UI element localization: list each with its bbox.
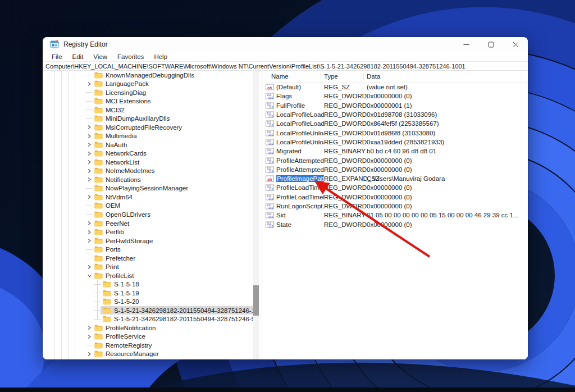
svg-text:110: 110 <box>268 161 273 163</box>
value-name[interactable]: FullProfile <box>276 102 305 109</box>
minimize-button[interactable] <box>454 37 478 52</box>
value-data: 0x01d98708 (31033096) <box>367 111 528 118</box>
value-name[interactable]: ProfileLoadTimeL... <box>276 194 324 200</box>
column-separator[interactable] <box>363 73 364 80</box>
column-header-data[interactable]: Data <box>367 73 528 80</box>
value-name[interactable]: RunLogonScript... <box>276 203 324 209</box>
column-separator[interactable] <box>321 73 321 80</box>
value-name[interactable]: State <box>276 221 291 228</box>
value-row[interactable]: 011110SidREG_BINARY01 05 00 00 00 00 00 … <box>262 211 528 220</box>
value-row[interactable]: 011110ProfileAttempted...REG_DWORD0x0000… <box>262 156 528 165</box>
maximize-button[interactable] <box>478 37 503 52</box>
menu-item-help[interactable]: Help <box>149 53 172 60</box>
value-row[interactable]: 011110RunLogonScript...REG_DWORD0x000000… <box>262 202 528 211</box>
value-data: 0x00000000 (0) <box>367 157 528 164</box>
value-row[interactable]: 011110ProfileLoadTimeL...REG_DWORD0x0000… <box>262 193 528 202</box>
value-data: 0x00000000 (0) <box>367 166 528 173</box>
tree-item-label: NetworkCards <box>106 150 147 157</box>
window-title: Registry Editor <box>63 40 108 48</box>
value-type: REG_DWORD <box>324 166 367 173</box>
folder-icon <box>94 325 103 331</box>
value-data: 0x01d986f8 (31033080) <box>367 130 528 136</box>
value-name[interactable]: Flags <box>276 93 292 99</box>
column-header-name[interactable]: Name <box>271 73 324 80</box>
svg-text:110: 110 <box>268 106 273 108</box>
tree-vertical-scrollbar[interactable] <box>253 71 259 359</box>
value-row[interactable]: 011110LocalProfileUnloa...REG_DWORD0xaa1… <box>262 138 528 147</box>
value-data: 0x00000000 (0) <box>367 93 528 99</box>
value-row[interactable]: 011110ProfileLoadTime...REG_DWORD0x00000… <box>262 183 528 192</box>
tree-guide-line <box>68 71 69 359</box>
value-name[interactable]: LocalProfileLoad... <box>276 111 324 118</box>
titlebar[interactable]: Registry Editor <box>43 37 528 52</box>
tree-item-label: S-1-5-19 <box>114 290 139 297</box>
tree-item-label: NaAuth <box>106 142 127 148</box>
tree-item-label: Prefetcher <box>106 255 135 262</box>
value-name[interactable]: ProfileAttempted... <box>276 157 324 164</box>
string-value-icon: “ab <box>266 84 276 90</box>
folder-icon <box>94 194 103 200</box>
scrollbar-thumb[interactable] <box>253 285 259 316</box>
value-name[interactable]: ProfileAttempted... <box>276 166 324 173</box>
value-row[interactable]: 011110LocalProfileLoad...REG_DWORD0x01d9… <box>262 110 528 119</box>
menu-item-view[interactable]: View <box>88 53 112 60</box>
svg-text:110: 110 <box>268 97 273 99</box>
value-row[interactable]: 011110StateREG_DWORD0x00000000 (0) <box>262 220 528 229</box>
menu-item-edit[interactable]: Edit <box>67 53 89 60</box>
tree-item-label: ProfileService <box>106 333 145 340</box>
value-name-selected[interactable]: ProfileImagePath <box>276 175 324 182</box>
values-column-header[interactable]: Name Type Data <box>262 71 528 83</box>
folder-icon <box>103 307 111 314</box>
registry-tree-panel: KnownManagedDebuggingDllsLanguagePackLic… <box>43 71 253 359</box>
value-name[interactable]: LocalProfileLoad... <box>276 120 324 127</box>
value-row[interactable]: 011110LocalProfileUnloa...REG_DWORD0x01d… <box>262 128 528 137</box>
folder-icon <box>94 89 103 96</box>
value-name[interactable]: LocalProfileUnloa... <box>276 139 324 145</box>
tree-item-label: Multimedia <box>106 133 137 139</box>
folder-icon <box>103 298 111 305</box>
binary-value-icon: 011110 <box>266 139 276 145</box>
folder-icon <box>94 333 103 340</box>
folder-icon <box>94 185 103 192</box>
value-name[interactable]: LocalProfileUnloa... <box>276 130 324 136</box>
value-type: REG_EXPAND_SZ <box>324 175 367 182</box>
value-row[interactable]: 011110ProfileAttempted...REG_DWORD0x0000… <box>262 165 528 174</box>
folder-icon <box>94 124 103 131</box>
folder-icon <box>94 107 103 113</box>
value-row[interactable]: “abProfileImagePathREG_EXPAND_SZC:\Users… <box>262 174 528 183</box>
desktop: Registry Editor FileEditViewFavoritesHel… <box>0 0 575 392</box>
maximize-icon <box>488 42 494 48</box>
tree-item-label: MsiCorruptedFileRecovery <box>106 124 182 131</box>
tree-item-label: OpenGLDrivers <box>106 211 150 218</box>
tree-guide-line <box>61 71 62 359</box>
value-name[interactable]: Sid <box>276 212 286 218</box>
value-row[interactable]: 011110FullProfileREG_DWORD0x00000001 (1) <box>262 101 528 110</box>
tree-item-label: LicensingDiag <box>106 89 146 96</box>
tree-item-label: RemoteRegistry <box>106 342 152 349</box>
menu-item-file[interactable]: File <box>47 53 67 60</box>
folder-icon <box>94 72 103 79</box>
folder-icon <box>94 238 103 244</box>
value-row[interactable]: 011110LocalProfileLoad...REG_DWORD0x864f… <box>262 119 528 128</box>
tree-item-label: MCI Extensions <box>106 98 151 104</box>
tree-item-label: NtVdm64 <box>106 194 133 200</box>
value-name[interactable]: (Default) <box>276 84 301 90</box>
tree-item-label: KnownManagedDebuggingDlls <box>106 72 194 79</box>
value-data: b0 bd c4 60 96 d8 d8 01 <box>367 148 528 154</box>
binary-value-icon: 011110 <box>266 221 276 228</box>
value-type: REG_DWORD <box>324 194 367 200</box>
value-row[interactable]: 011110FlagsREG_DWORD0x00000000 (0) <box>262 92 528 101</box>
value-type: REG_DWORD <box>324 130 367 136</box>
value-row[interactable]: “ab(Default)REG_SZ(value not set) <box>262 83 528 92</box>
menu-item-favorites[interactable]: Favorites <box>112 53 149 60</box>
value-name[interactable]: Migrated <box>276 148 302 154</box>
address-bar[interactable]: Computer\HKEY_LOCAL_MACHINE\SOFTWARE\Mic… <box>43 61 528 71</box>
close-button[interactable] <box>503 37 528 52</box>
tree-item-label: S-1-5-20 <box>114 298 139 305</box>
value-name[interactable]: ProfileLoadTime... <box>276 184 324 191</box>
value-row[interactable]: 011110MigratedREG_BINARYb0 bd c4 60 96 d… <box>262 147 528 156</box>
value-data: 0x00000000 (0) <box>367 203 528 209</box>
value-data: 0x864fef5f (2253385567) <box>367 120 528 127</box>
column-header-type[interactable]: Type <box>324 73 367 80</box>
binary-value-icon: 011110 <box>266 148 276 154</box>
